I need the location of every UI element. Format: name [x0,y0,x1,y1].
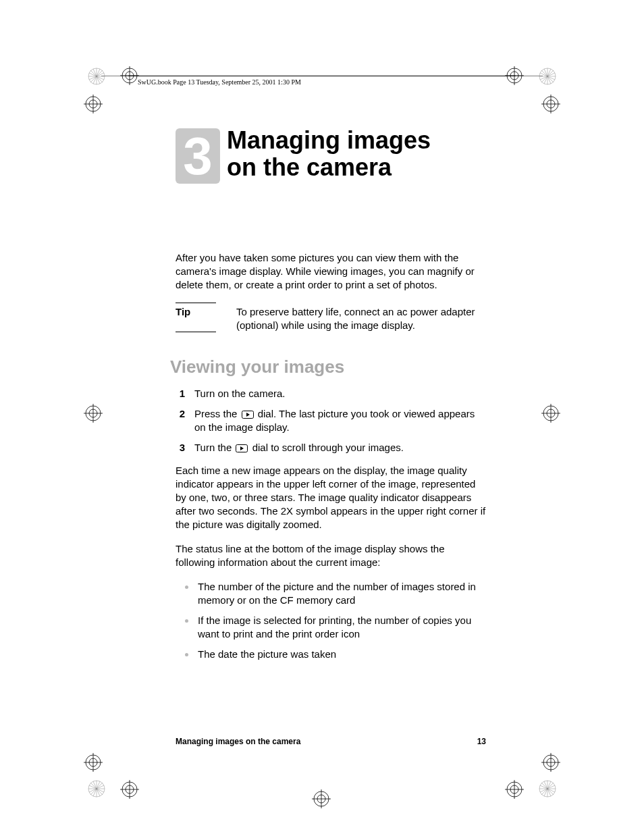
reg-mark-icon [312,789,331,808]
chapter-title: Managing images on the camera [227,127,431,181]
page-content: 3 Managing images on the camera After yo… [176,128,486,668]
chapter-number-box: 3 [176,128,220,184]
list-item: If the image is selected for printing, t… [176,614,486,641]
list-item: 2 Press the dial. The last picture you t… [176,407,486,434]
bullet-list: The number of the picture and the number… [176,580,486,661]
page-footer: Managing images on the camera 13 [176,737,486,746]
tip-body: To preserve battery life, connect an ac … [236,303,486,332]
body-paragraph: The status line at the bottom of the ima… [176,542,486,569]
bullet-text: The number of the picture and the number… [198,580,486,607]
list-item: 1 Turn on the camera. [176,387,486,400]
bullet-text: The date the picture was taken [198,648,336,661]
list-item: 3 Turn the dial to scroll through your i… [176,441,486,454]
step-number: 1 [176,387,185,400]
chapter-title-line1: Managing images [227,126,431,154]
decorative-dot-icon [539,68,556,85]
chapter-title-line2: on the camera [227,153,392,181]
bullet-text: If the image is selected for printing, t… [198,614,486,641]
playback-dial-icon [236,444,248,452]
section-heading: Viewing your images [170,357,486,377]
list-item: The date the picture was taken [176,648,486,661]
footer-title: Managing images on the camera [176,737,300,746]
step-text: Turn on the camera. [194,387,486,400]
reg-mark-icon [84,404,103,423]
step-text: Press the dial. The last picture you too… [194,407,486,434]
decorative-dot-icon [539,780,556,798]
reg-mark-icon [84,753,103,772]
playback-dial-icon [242,411,254,419]
reg-mark-icon [505,780,524,799]
chapter-heading: 3 Managing images on the camera [176,128,486,184]
reg-mark-icon [120,780,139,799]
list-item: The number of the picture and the number… [176,580,486,607]
running-header: SwUG.book Page 13 Tuesday, September 25,… [138,78,301,86]
reg-mark-icon [541,404,560,423]
step-number: 3 [176,441,185,454]
decorative-dot-icon [88,68,105,85]
steps-list: 1 Turn on the camera. 2 Press the dial. … [176,387,486,454]
tip-block: Tip To preserve battery life, connect an… [176,303,486,332]
decorative-dot-icon [88,780,105,798]
bullet-icon [185,585,188,589]
reg-mark-icon [84,95,103,113]
bullet-icon [185,653,188,656]
reg-mark-icon [541,753,560,772]
bullet-icon [185,619,188,623]
tip-label: Tip [176,303,216,332]
page-number: 13 [477,737,486,746]
intro-paragraph: After you have taken some pictures you c… [176,251,486,292]
step-number: 2 [176,407,185,434]
step-text: Turn the dial to scroll through your ima… [194,441,486,454]
reg-mark-icon [541,95,560,113]
header-rule [128,76,516,76]
body-paragraph: Each time a new image appears on the dis… [176,464,486,531]
